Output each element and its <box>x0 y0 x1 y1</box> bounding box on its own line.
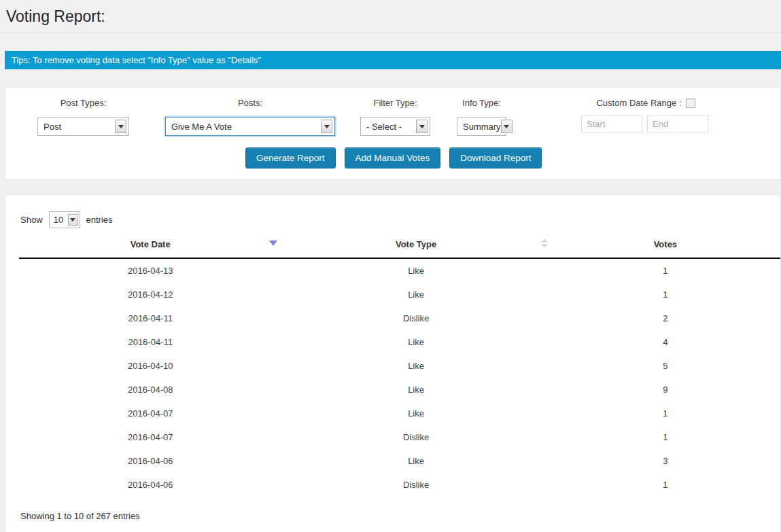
page-title: Voting Report: <box>6 7 781 26</box>
table-footer-info: Showing 1 to 10 of 267 entries <box>20 511 780 521</box>
sort-unsorted-icon <box>541 238 548 248</box>
info-type-group: Info Type: Summary <box>457 98 506 136</box>
info-type-select-value: Summary <box>463 122 501 132</box>
filters-panel: Post Types: Post Posts: Give Me A Vote F… <box>5 87 781 180</box>
dropdown-arrow-icon <box>321 120 332 133</box>
cell-vote-type: Like <box>281 283 550 306</box>
cell-vote-type: Like <box>281 354 550 378</box>
dropdown-arrow-icon <box>68 214 78 226</box>
table-row: 2016-04-11 Like 4 <box>19 330 780 354</box>
dropdown-arrow-icon <box>115 120 126 133</box>
table-row: 2016-04-13 Like 1 <box>19 258 780 283</box>
cell-vote-date: 2016-04-10 <box>19 354 281 378</box>
report-panel: Show 10 entries Vote Date Vote Type <box>5 194 781 532</box>
filters-row: Post Types: Post Posts: Give Me A Vote F… <box>5 98 780 136</box>
posts-select-value: Give Me A Vote <box>171 122 232 132</box>
cell-vote-type: Like <box>281 258 550 283</box>
tips-banner: Tips: To remove voting data select "Info… <box>5 51 781 69</box>
table-row: 2016-04-07 Dislike 1 <box>19 425 780 449</box>
cell-vote-date: 2016-04-08 <box>19 378 281 402</box>
table-header-row: Vote Date Vote Type Votes <box>19 228 780 258</box>
table-row: 2016-04-06 Dislike 1 <box>19 473 780 497</box>
column-header-votes[interactable]: Votes <box>551 228 780 258</box>
post-types-group: Post Types: Post <box>37 98 129 136</box>
start-date-input[interactable] <box>581 116 642 132</box>
column-header-vote-date[interactable]: Vote Date <box>19 228 281 258</box>
cell-vote-date: 2016-04-07 <box>19 425 281 449</box>
post-types-select-value: Post <box>44 122 61 132</box>
post-types-label: Post Types: <box>37 98 129 108</box>
cell-vote-date: 2016-04-07 <box>19 402 281 425</box>
cell-vote-type: Like <box>281 402 550 425</box>
cell-votes: 1 <box>551 402 780 425</box>
table-row: 2016-04-10 Like 5 <box>19 354 780 378</box>
filter-type-label: Filter Type: <box>360 98 430 108</box>
sort-descending-icon <box>269 241 277 246</box>
posts-label: Posts: <box>165 98 335 108</box>
table-row: 2016-04-11 Dislike 2 <box>19 306 780 330</box>
cell-vote-type: Like <box>281 378 550 402</box>
info-type-select[interactable]: Summary <box>457 117 506 136</box>
custom-date-range-group: Custom Date Range : <box>581 98 710 132</box>
column-header-vote-type[interactable]: Vote Type <box>281 228 550 258</box>
cell-votes: 2 <box>551 306 780 330</box>
entries-label: entries <box>86 215 113 225</box>
download-report-button[interactable]: Download Report <box>449 147 542 169</box>
cell-vote-type: Like <box>281 330 550 354</box>
cell-votes: 3 <box>551 449 780 473</box>
page-length-value: 10 <box>54 215 63 225</box>
cell-votes: 1 <box>551 425 780 449</box>
post-types-select[interactable]: Post <box>37 117 129 136</box>
table-row: 2016-04-06 Like 3 <box>19 449 780 473</box>
custom-date-range-checkbox[interactable] <box>686 99 695 108</box>
cell-vote-type: Dislike <box>281 425 550 449</box>
cell-vote-date: 2016-04-06 <box>19 473 281 497</box>
posts-group: Posts: Give Me A Vote <box>165 98 335 136</box>
cell-votes: 9 <box>551 378 780 402</box>
cell-votes: 4 <box>551 330 780 354</box>
report-table: Vote Date Vote Type Votes 2016-04-13 Lik… <box>19 228 780 497</box>
table-row: 2016-04-07 Like 1 <box>19 402 780 425</box>
filter-type-select[interactable]: - Select - <box>360 117 430 136</box>
actions-row: Generate Report Add Manual Votes Downloa… <box>245 147 780 169</box>
show-entries-control: Show 10 entries <box>20 211 780 228</box>
cell-vote-date: 2016-04-11 <box>19 306 281 330</box>
table-row: 2016-04-12 Like 1 <box>19 283 780 306</box>
dropdown-arrow-icon <box>501 120 513 133</box>
cell-vote-date: 2016-04-13 <box>19 258 281 283</box>
end-date-input[interactable] <box>647 116 708 132</box>
posts-select[interactable]: Give Me A Vote <box>165 117 335 136</box>
page-header: Voting Report: <box>0 0 781 33</box>
cell-vote-date: 2016-04-06 <box>19 449 281 473</box>
show-entries-label: Show <box>20 215 43 225</box>
cell-votes: 1 <box>551 283 780 306</box>
cell-vote-date: 2016-04-11 <box>19 330 281 354</box>
table-body: 2016-04-13 Like 1 2016-04-12 Like 1 2016… <box>19 258 780 497</box>
generate-report-button[interactable]: Generate Report <box>245 147 336 169</box>
cell-vote-type: Like <box>281 449 550 473</box>
add-manual-votes-button[interactable]: Add Manual Votes <box>345 147 441 169</box>
table-row: 2016-04-08 Like 9 <box>19 378 780 402</box>
page-length-select[interactable]: 10 <box>49 211 80 228</box>
info-type-label: Info Type: <box>457 98 506 108</box>
cell-votes: 1 <box>551 473 780 497</box>
custom-date-range-label: Custom Date Range : <box>596 98 681 108</box>
dropdown-arrow-icon <box>416 120 428 133</box>
filter-type-group: Filter Type: - Select - <box>360 98 430 136</box>
cell-votes: 5 <box>551 354 780 378</box>
cell-vote-type: Dislike <box>281 306 550 330</box>
filter-type-select-value: - Select - <box>366 122 402 132</box>
cell-vote-date: 2016-04-12 <box>19 283 281 306</box>
cell-votes: 1 <box>551 258 780 283</box>
cell-vote-type: Dislike <box>281 473 550 497</box>
